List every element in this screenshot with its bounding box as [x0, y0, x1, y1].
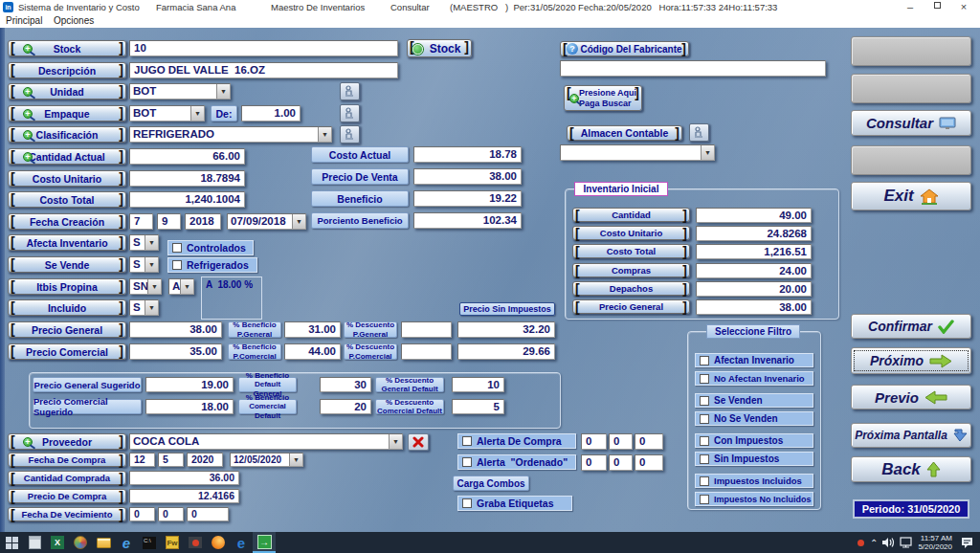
exit-button[interactable]: Exit	[851, 182, 971, 210]
ini-cantidad-field[interactable]: 49.00	[696, 208, 812, 223]
fecha-vencimiento-label-button[interactable]: Fecha De Vecimiento	[8, 507, 126, 521]
maximize-button[interactable]	[924, 0, 949, 14]
checkbox-box[interactable]	[172, 243, 182, 253]
precio-de-venta-field[interactable]: 38.00	[413, 168, 522, 185]
precio-comercial-sugerido-field[interactable]: 18.00	[145, 399, 234, 414]
codigo-fabricante-input[interactable]	[560, 60, 826, 77]
previo-button[interactable]: Previo	[851, 385, 971, 409]
alerta-ordenado-field-2[interactable]: 0	[609, 454, 633, 471]
fecha-compra-day-field[interactable]: 12	[129, 453, 155, 467]
descuento-pgeneral-field[interactable]	[401, 321, 452, 338]
ini-costo-unitario-field[interactable]: 24.8268	[696, 226, 812, 241]
checkbox-box[interactable]	[462, 457, 472, 467]
alerta-compra-field-1[interactable]: 0	[581, 433, 607, 450]
costo-total-field[interactable]: 1,240.1004	[129, 191, 245, 208]
itbis-select[interactable]: SN▼	[129, 278, 162, 295]
precio-general-sin-impuestos-field[interactable]: 32.20	[457, 321, 555, 338]
taskbar-foxpro-icon[interactable]: Fw	[161, 532, 184, 553]
chevron-down-icon[interactable]: ▼	[145, 235, 158, 250]
precio-compra-label-button[interactable]: Precio De Compra	[8, 489, 126, 503]
chevron-down-icon[interactable]: ▼	[389, 434, 402, 449]
taskbar-notepad-icon[interactable]	[23, 532, 46, 553]
proveedor-label-button[interactable]: +Proveedor	[8, 433, 126, 450]
fecha-compra-label-button[interactable]: Fecha De Compra	[8, 453, 126, 467]
precio-comercial-sin-impuestos-field[interactable]: 29.66	[457, 343, 555, 360]
chevron-down-icon[interactable]: ▼	[701, 145, 714, 160]
network-icon[interactable]	[900, 537, 914, 548]
checkbox-box[interactable]	[700, 356, 709, 365]
taskbar-media-icon[interactable]	[184, 532, 207, 553]
controlados-checkbox[interactable]: Controlados	[167, 240, 254, 255]
beneficio-pgeneral-field[interactable]: 31.00	[284, 321, 341, 338]
clear-proveedor-button[interactable]	[408, 433, 429, 451]
filtro-no-afectan-checkbox[interactable]: No Afectan Invenario	[695, 371, 813, 386]
chevron-down-icon[interactable]: ▼	[180, 279, 193, 294]
empaque-de-field[interactable]: 1.00	[241, 105, 301, 122]
precio-comercial-field[interactable]: 35.00	[129, 343, 222, 360]
incluido-label-button[interactable]: Incluido	[8, 299, 126, 316]
chevron-down-icon[interactable]: ▼	[289, 453, 302, 466]
filtro-impuestos-no-incluidos-checkbox[interactable]: Impuestos No Incluidos	[695, 492, 813, 506]
se-vende-select[interactable]: S▼	[129, 256, 159, 273]
filtro-con-impuestos-checkbox[interactable]: Con Impuestos	[695, 433, 813, 448]
fecha-compra-month-field[interactable]: 5	[158, 453, 184, 467]
alerta-ordenado-field-3[interactable]: 0	[635, 454, 663, 471]
notification-center-icon[interactable]	[960, 537, 974, 549]
consultar-button[interactable]: Consultar	[851, 110, 971, 136]
afecta-inventario-label-button[interactable]: Afecta Inventario	[8, 234, 126, 251]
fecha-creacion-day-field[interactable]: 7	[129, 213, 153, 230]
cantidad-comprada-field[interactable]: 36.00	[129, 471, 239, 485]
cantidad-actual-label-button[interactable]: +Cantidad Actual	[8, 148, 126, 165]
almacen-select[interactable]: ▼	[560, 144, 715, 161]
clasificacion-select[interactable]: REFRIGERADO▼	[129, 126, 332, 143]
ini-precio-general-label-button[interactable]: Precio General	[572, 299, 690, 314]
proximo-button[interactable]: Próximo	[851, 347, 971, 374]
unidad-lookup-button[interactable]	[340, 82, 360, 100]
ini-compras-label-button[interactable]: Compras	[572, 263, 690, 277]
tray-overflow-chevron[interactable]: ⌃	[870, 538, 878, 548]
chevron-down-icon[interactable]: ▼	[292, 214, 305, 229]
fecha-vencimiento-day-field[interactable]: 0	[129, 507, 155, 521]
checkbox-box[interactable]	[700, 495, 709, 504]
empaque-label-button[interactable]: +Empaque	[8, 105, 126, 122]
menu-opciones[interactable]: Opciones	[54, 15, 94, 26]
stock-search-button[interactable]: Stock	[407, 39, 472, 57]
back-button[interactable]: Back	[851, 456, 971, 482]
presione-buscar-button[interactable]: +Presione Aqui Paga Buscar	[564, 85, 642, 111]
taskbar-ie-icon[interactable]: e	[115, 532, 138, 553]
almacen-contable-button[interactable]: Almacen Contable	[567, 125, 682, 141]
checkbox-box[interactable]	[700, 476, 709, 486]
beneficio-comercial-default-field[interactable]: 20	[320, 399, 371, 414]
menu-principal[interactable]: Principal	[6, 15, 42, 26]
ini-cantidad-label-button[interactable]: Cantidad	[572, 208, 690, 222]
checkbox-box[interactable]	[700, 414, 709, 424]
codigo-fabricante-button[interactable]: ?Código Del Fabricante	[560, 41, 689, 56]
itbis-propina-label-button[interactable]: Itbis Propina	[8, 278, 126, 295]
alerta-compra-field-2[interactable]: 0	[609, 433, 633, 450]
precio-compra-field[interactable]: 12.4166	[129, 489, 239, 503]
chevron-down-icon[interactable]: ▼	[190, 106, 204, 121]
proveedor-select[interactable]: COCA COLA▼	[129, 433, 403, 450]
taskbar-active-app-icon[interactable]: →	[253, 532, 276, 553]
ini-costo-unitario-label-button[interactable]: Costo Unitario	[572, 226, 690, 240]
taskbar-excel-icon[interactable]: X	[46, 532, 69, 553]
precio-comercial-label-button[interactable]: Precio Comercial	[8, 343, 126, 360]
ini-precio-general-field[interactable]: 38.00	[696, 299, 812, 315]
tray-alert-icon[interactable]	[858, 540, 864, 546]
filtro-afectan-checkbox[interactable]: Afectan Invenario	[695, 353, 813, 367]
fecha-compra-year-field[interactable]: 2020	[187, 453, 223, 467]
costo-unitario-field[interactable]: 18.7894	[129, 170, 245, 187]
fecha-vencimiento-month-field[interactable]: 0	[158, 507, 184, 521]
taskbar-paint-icon[interactable]	[69, 532, 92, 553]
taskbar-clock[interactable]: 11:57 AM5/20/2020	[918, 534, 952, 551]
fecha-creacion-month-field[interactable]: 9	[157, 213, 181, 230]
stock-label-button[interactable]: +Stock	[8, 40, 126, 56]
taskbar-firefox-icon[interactable]	[207, 532, 230, 553]
confirmar-button[interactable]: Confirmar	[851, 314, 971, 339]
costo-unitario-label-button[interactable]: Costo Unitario	[8, 170, 126, 187]
alerta-ordenado-field-1[interactable]: 0	[581, 454, 607, 471]
descripcion-label-button[interactable]: Descripción	[8, 62, 126, 78]
checkbox-box[interactable]	[462, 436, 472, 446]
alerta-compra-field-3[interactable]: 0	[635, 433, 663, 450]
stock-field[interactable]: 10	[129, 40, 398, 56]
